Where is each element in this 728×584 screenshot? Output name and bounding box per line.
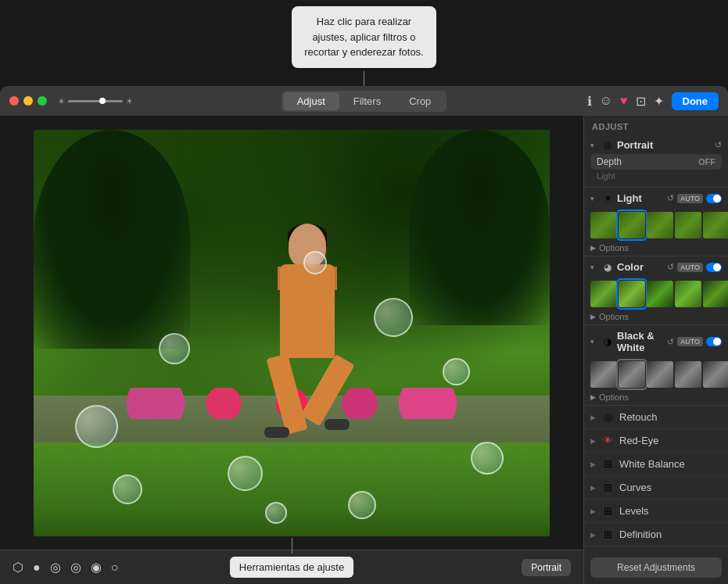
bubble-0	[159, 333, 190, 364]
portrait-header: ▾ ◎ Portrait ↺	[590, 139, 722, 151]
color-reset-icon[interactable]: ↺	[667, 262, 674, 272]
crop-icon[interactable]: ⊡	[636, 94, 646, 109]
bw-thumb-strip	[584, 358, 728, 391]
list-item-red-eye[interactable]: ▶ 👁 Red-Eye	[584, 429, 728, 453]
definition-icon: ⊞	[601, 528, 615, 540]
person-leg-left	[267, 353, 308, 435]
sidebar-scroll[interactable]: ▾ ◎ Portrait ↺ Depth OFF Light ▾ ☀	[584, 134, 728, 551]
color-toggle[interactable]	[706, 263, 722, 272]
light-section: ▾ ☀ Light ↺ AUTO	[584, 188, 728, 256]
bw-thumb-4[interactable]	[703, 361, 728, 388]
brightness-icon: ☀	[58, 97, 65, 106]
brightness-slider[interactable]	[68, 100, 123, 102]
portrait-reset-icon[interactable]: ↺	[715, 140, 722, 150]
list-item-curves[interactable]: ▶ ⊞ Curves	[584, 476, 728, 500]
color-options-chevron: ▶	[590, 313, 596, 321]
light-reset-icon[interactable]: ↺	[667, 193, 674, 203]
bw-thumb-3[interactable]	[675, 361, 701, 388]
curves-label: Curves	[619, 482, 722, 493]
retouch-chevron: ▶	[590, 414, 596, 421]
bw-section: ▾ ◑ Black & White ↺ AUTO	[584, 325, 728, 406]
portrait-button[interactable]: Portrait	[522, 559, 571, 576]
color-thumb-0[interactable]	[590, 281, 617, 307]
close-button[interactable]	[9, 96, 19, 106]
color-thumb-3[interactable]	[675, 281, 701, 307]
info-icon[interactable]: ℹ	[587, 94, 592, 109]
color-options-row[interactable]: ▶ Options	[584, 310, 728, 324]
color-thumb-2[interactable]	[647, 281, 673, 307]
photo-tools-left: ⬡ ● ◎ ◎ ◉ ○	[13, 560, 118, 575]
light-thumb-0[interactable]	[590, 212, 617, 238]
tab-filters[interactable]: Filters	[339, 92, 395, 110]
levels-icon: ⊞	[601, 505, 615, 517]
tool-icon-6[interactable]: ○	[111, 561, 119, 575]
bw-options-row[interactable]: ▶ Options	[584, 391, 728, 405]
light-options-row[interactable]: ▶ Options	[584, 242, 728, 256]
bw-reset-icon[interactable]: ↺	[667, 337, 674, 347]
list-item-retouch[interactable]: ▶ ◎ Retouch	[584, 406, 728, 429]
tool-icon-4[interactable]: ◎	[70, 560, 81, 575]
light-thumb-4[interactable]	[703, 212, 728, 238]
bw-thumb-0[interactable]	[590, 361, 617, 388]
bw-toggle[interactable]	[706, 337, 722, 346]
portrait-section-icon: ◎	[601, 140, 614, 151]
red-eye-label: Red-Eye	[619, 435, 722, 446]
brightness-max-icon: ☀	[126, 97, 133, 106]
color-thumb-4[interactable]	[703, 281, 728, 307]
heart-icon[interactable]: ♥	[620, 94, 628, 108]
maximize-button[interactable]	[38, 96, 47, 106]
tool-icon-5[interactable]: ◉	[91, 560, 102, 575]
photo-toolbar: ⬡ ● ◎ ◎ ◉ ○ Portrait	[0, 550, 583, 584]
done-button[interactable]: Done	[672, 92, 719, 110]
white-balance-icon: ⊞	[601, 458, 615, 470]
bubble-1	[303, 251, 327, 274]
tab-crop[interactable]: Crop	[395, 92, 445, 110]
light-thumb-1[interactable]	[619, 212, 645, 238]
photo-area: ⬡ ● ◎ ◎ ◉ ○ Portrait	[0, 116, 583, 584]
light-toggle[interactable]	[706, 194, 722, 203]
light-chevron: ▾	[590, 195, 598, 202]
person-leg-right	[300, 354, 354, 426]
traffic-lights	[9, 96, 47, 106]
light-icon: ☀	[601, 193, 614, 204]
depth-value: OFF	[698, 157, 715, 167]
color-title: Color	[617, 261, 664, 273]
color-thumb-1[interactable]	[619, 281, 645, 307]
light-section-header[interactable]: ▾ ☀ Light ↺ AUTO	[584, 188, 728, 209]
color-toggle-thumb	[713, 263, 721, 271]
list-item-selective-color[interactable]: ▶ ⊞ Selective Color	[584, 546, 728, 551]
main-content: ⬡ ● ◎ ◎ ◉ ○ Portrait ADJUST ▾ ◎	[0, 116, 728, 584]
light-thumb-2[interactable]	[647, 212, 673, 238]
list-item-levels[interactable]: ▶ ⊞ Levels	[584, 500, 728, 523]
depth-row: Depth OFF	[590, 154, 722, 170]
light-auto-badge: AUTO	[677, 194, 703, 203]
magic-icon[interactable]: ✦	[654, 94, 664, 109]
tool-icon-1[interactable]: ⬡	[13, 560, 23, 575]
list-item-white-balance[interactable]: ▶ ⊞ White Balance	[584, 453, 728, 476]
minimize-button[interactable]	[23, 96, 33, 106]
color-chevron: ▾	[590, 263, 598, 271]
bw-toggle-thumb	[713, 338, 721, 346]
definition-chevron: ▶	[590, 531, 596, 539]
person-shoe-left	[264, 427, 289, 438]
color-section: ▾ ◕ Color ↺ AUTO	[584, 256, 728, 325]
tab-adjust[interactable]: Adjust	[283, 92, 339, 110]
tool-icon-3[interactable]: ◎	[50, 560, 61, 575]
bw-thumb-2[interactable]	[647, 361, 673, 388]
color-actions: ↺ AUTO	[667, 262, 722, 272]
tool-icon-2[interactable]: ●	[33, 561, 41, 575]
red-eye-chevron: ▶	[590, 437, 596, 445]
toolbar-right: ℹ ☺ ♥ ⊡ ✦ Done	[587, 92, 719, 110]
face-icon[interactable]: ☺	[600, 94, 612, 108]
reset-adjustments-button[interactable]: Reset Adjustments	[590, 557, 722, 578]
photo-frame	[34, 130, 550, 536]
color-section-header[interactable]: ▾ ◕ Color ↺ AUTO	[584, 256, 728, 278]
portrait-chevron[interactable]: ▾	[590, 142, 598, 149]
person-shoe-right	[325, 419, 350, 430]
bubble-9	[348, 491, 376, 519]
bw-thumb-1[interactable]	[619, 361, 645, 388]
light-thumb-3[interactable]	[675, 212, 701, 238]
bw-section-header[interactable]: ▾ ◑ Black & White ↺ AUTO	[584, 325, 728, 358]
list-item-definition[interactable]: ▶ ⊞ Definition	[584, 523, 728, 546]
levels-label: Levels	[619, 505, 722, 517]
